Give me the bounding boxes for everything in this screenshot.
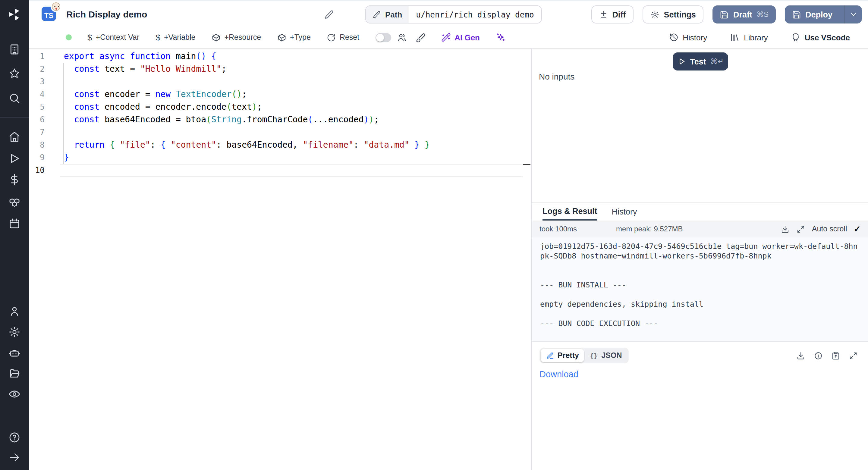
log-text: job=01912d75-163d-8204-47c9-5469c516cb1e… bbox=[540, 242, 860, 328]
pretty-tab[interactable]: Pretty bbox=[541, 349, 584, 362]
diff-button[interactable]: Diff bbox=[591, 5, 633, 24]
expand-result-icon[interactable] bbox=[849, 351, 858, 360]
code-line[interactable]: 7 bbox=[29, 126, 531, 138]
download-result-link[interactable]: Download bbox=[539, 369, 578, 379]
users-icon[interactable] bbox=[8, 306, 21, 318]
run-section: Test ⌘↵ No inputs bbox=[532, 49, 868, 202]
users-icon[interactable] bbox=[397, 32, 407, 42]
code-line[interactable]: 1export async function main() { bbox=[29, 50, 531, 63]
settings-button[interactable]: Settings bbox=[643, 5, 704, 24]
line-number: 3 bbox=[29, 75, 44, 88]
header: TS Rich Display demo Path u/henri/rich_d… bbox=[29, 0, 868, 27]
expand-logs-icon[interactable] bbox=[796, 224, 805, 233]
result-view-switcher: Pretty {} JSON bbox=[539, 348, 628, 363]
results-section: Logs & Result History took 100ms mem pea… bbox=[532, 202, 868, 470]
add-context-var-button[interactable]: $ +Context Var bbox=[87, 33, 139, 42]
draft-button[interactable]: Draft ⌘S bbox=[713, 5, 776, 24]
collab-toggle[interactable] bbox=[375, 33, 391, 42]
diff-icon bbox=[599, 10, 608, 19]
format-brush-icon[interactable] bbox=[415, 32, 426, 42]
code-line[interactable]: 9} bbox=[29, 151, 531, 164]
result-viewer: Pretty {} JSON bbox=[532, 341, 868, 470]
path-label-section[interactable]: Path bbox=[366, 6, 409, 23]
resources-boxes-icon[interactable] bbox=[8, 196, 21, 208]
code-line[interactable]: 6 const base64Encoded = btoa(String.from… bbox=[29, 113, 531, 126]
line-number: 5 bbox=[29, 101, 44, 113]
edit-title-pencil-icon[interactable] bbox=[324, 10, 334, 19]
tab-logs-result[interactable]: Logs & Result bbox=[542, 203, 597, 221]
sidebar bbox=[0, 0, 29, 470]
audit-eye-icon[interactable] bbox=[8, 388, 21, 400]
pencil-icon bbox=[373, 10, 381, 19]
history-icon bbox=[669, 33, 678, 42]
line-number: 9 bbox=[29, 151, 44, 164]
add-resource-button[interactable]: +Resource bbox=[212, 33, 261, 42]
deploy-button[interactable]: Deploy bbox=[785, 5, 862, 24]
add-type-button[interactable]: +Type bbox=[277, 33, 311, 42]
folders-icon[interactable] bbox=[8, 368, 21, 380]
path-value[interactable]: u/henri/rich_display_demo bbox=[409, 6, 541, 23]
duration-text: took 100ms bbox=[539, 225, 577, 233]
schedules-calendar-icon[interactable] bbox=[8, 218, 21, 229]
help-icon[interactable] bbox=[8, 432, 21, 443]
status-dot bbox=[66, 34, 72, 40]
library-icon bbox=[730, 33, 740, 42]
variables-dollar-icon[interactable] bbox=[8, 174, 21, 186]
path-label: Path bbox=[385, 10, 402, 19]
code-line[interactable]: 10 bbox=[29, 164, 531, 177]
code-line[interactable]: 4 const encoder = new TextEncoder(); bbox=[29, 88, 531, 101]
app-root: TS Rich Display demo Path u/henri/rich_d… bbox=[0, 0, 868, 470]
reset-label: Reset bbox=[340, 33, 359, 41]
ai-gen-label: AI Gen bbox=[455, 33, 480, 42]
code-line[interactable]: 8 return { "file": { "content": base64En… bbox=[29, 138, 531, 151]
draft-label: Draft bbox=[733, 10, 752, 19]
workspace-icon[interactable] bbox=[8, 43, 21, 56]
download-logs-icon[interactable] bbox=[781, 224, 789, 233]
editor-toolbar: $ +Context Var $ +Variable +Resource +Ty… bbox=[29, 27, 868, 49]
expand-sidebar-arrow-icon[interactable] bbox=[8, 451, 21, 463]
json-label: JSON bbox=[601, 351, 622, 360]
info-icon[interactable] bbox=[814, 351, 823, 360]
result-tabs: Logs & Result History bbox=[532, 203, 868, 221]
code-line[interactable]: 5 const encoded = encoder.encode(text); bbox=[29, 101, 531, 113]
settings-gear-icon[interactable] bbox=[8, 326, 21, 338]
reset-button[interactable]: Reset bbox=[327, 33, 359, 42]
pretty-label: Pretty bbox=[558, 351, 579, 360]
download-result-icon[interactable] bbox=[796, 351, 805, 360]
code-line[interactable]: 3 bbox=[29, 75, 531, 88]
add-variable-button[interactable]: $ +Variable bbox=[156, 33, 195, 42]
sidebar-divider bbox=[0, 118, 29, 118]
wand-icon bbox=[441, 33, 451, 42]
copy-clipboard-icon[interactable] bbox=[831, 351, 840, 360]
mochi-emoji-icon bbox=[52, 2, 60, 11]
history-label: History bbox=[683, 33, 707, 42]
history-button[interactable]: History bbox=[669, 33, 707, 42]
line-number: 10 bbox=[29, 164, 44, 177]
vscode-icon bbox=[791, 33, 801, 42]
deploy-dropdown-button[interactable] bbox=[844, 5, 862, 24]
sparkles-icon[interactable] bbox=[495, 32, 506, 42]
path-field[interactable]: Path u/henri/rich_display_demo bbox=[365, 5, 542, 24]
autoscroll-check-icon[interactable]: ✓ bbox=[854, 225, 861, 233]
tab-history[interactable]: History bbox=[612, 203, 637, 221]
chevron-down-icon bbox=[849, 10, 858, 19]
test-button[interactable]: Test ⌘↵ bbox=[673, 53, 728, 70]
ai-gen-button[interactable]: AI Gen bbox=[441, 33, 480, 42]
windmill-logo-icon[interactable] bbox=[7, 7, 22, 22]
code-editor[interactable]: 1export async function main() {2 const t… bbox=[29, 49, 532, 470]
runs-play-icon[interactable] bbox=[8, 152, 21, 164]
favorites-star-icon[interactable] bbox=[8, 67, 21, 80]
draft-shortcut: ⌘S bbox=[756, 10, 769, 19]
use-vscode-button[interactable]: Use VScode bbox=[791, 33, 850, 42]
editor-scrollbar[interactable] bbox=[523, 49, 531, 470]
autoscroll-label: Auto scroll bbox=[812, 225, 847, 233]
library-label: Library bbox=[744, 33, 768, 42]
line-number: 7 bbox=[29, 126, 44, 138]
search-icon[interactable] bbox=[8, 92, 21, 104]
workers-robot-icon[interactable] bbox=[8, 347, 21, 359]
code-line[interactable]: 2 const text = "Hello Windmill"; bbox=[29, 63, 531, 75]
reset-icon bbox=[327, 33, 336, 42]
library-button[interactable]: Library bbox=[730, 33, 768, 42]
json-tab[interactable]: {} JSON bbox=[584, 349, 627, 362]
home-icon[interactable] bbox=[8, 131, 21, 143]
